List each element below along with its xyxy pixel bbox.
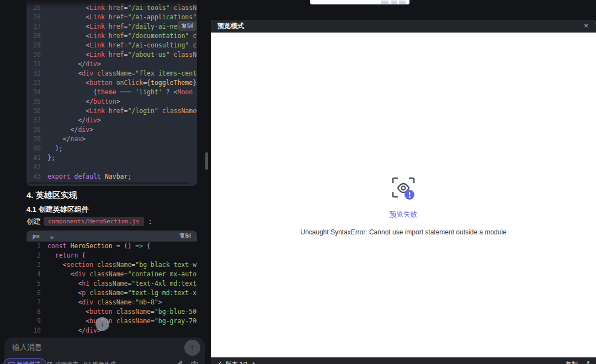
code-line: 9 <button className="bg-gray-700 text-wh…	[26, 317, 197, 326]
chat-scrollbar-thumb[interactable]	[205, 152, 208, 170]
cutoff-dialog-text-fragment	[381, 1, 389, 4]
copy-code-button[interactable]: 复制	[178, 21, 196, 31]
attach-file-button[interactable]	[177, 360, 184, 364]
preview-header: 预览模式 ×	[211, 20, 596, 33]
code-lines: 25 <Link href="/ai-tools" className="hov…	[26, 3, 197, 181]
code-line: 32 <div className="flex items-center spa…	[26, 69, 197, 78]
cutoff-dialog-text-fragment	[391, 1, 397, 4]
create-file-paragraph: 创建components/HeroSection.js：	[26, 217, 154, 227]
code-line: 42	[26, 163, 197, 172]
code-block-header: jsx 复制	[26, 231, 197, 242]
preview-title: 预览模式	[217, 22, 244, 31]
web-search-label: 联网搜索	[55, 361, 78, 364]
code-line: 4 <div className="container mx-auto text…	[26, 270, 197, 279]
code-line: 10 </div>	[26, 326, 197, 335]
message-input-container[interactable]: 输入消息 ↑ 预览模式 联网搜索	[4, 338, 205, 364]
screenshot-button[interactable]	[191, 360, 198, 364]
scroll-to-bottom-button[interactable]: ↓	[95, 317, 109, 331]
image-generation-toggle[interactable]: 图像生成	[84, 358, 121, 364]
code-line: 2 return (	[26, 251, 197, 260]
code-line: 6 <p className="text-lg md:text-xl mb-8"…	[26, 288, 197, 298]
code-block-herosection: jsx 复制 1const HeroSection = () => {2 ret…	[26, 231, 197, 335]
chevron-right-icon[interactable]	[252, 362, 256, 364]
send-button[interactable]: ↑	[184, 340, 200, 356]
code-line: 33 <button onClick={toggleTheme} classNa…	[26, 78, 197, 88]
cutoff-dialog-text-fragment	[399, 1, 406, 4]
horizontal-scrollbar-thumb[interactable]	[28, 182, 189, 184]
close-icon[interactable]: ×	[582, 22, 590, 30]
web-search-toggle[interactable]: 联网搜索	[46, 358, 84, 364]
code-line: 41};	[26, 153, 197, 163]
section-heading: 4. 英雄区实现	[26, 190, 77, 201]
code-line: 43export default Navbar;	[26, 172, 197, 181]
preview-mode-toggle[interactable]: 预览模式	[3, 358, 46, 364]
preview-panel: 预览模式 × 预览失败 Uncaught SyntaxError: Cannot…	[211, 20, 596, 364]
code-line: 28 <Link href="/documentation" className…	[26, 31, 197, 41]
version-label: 版本 1/1	[226, 360, 248, 364]
code-line: 39 </nav>	[26, 135, 197, 144]
code-line: 27 <Link href="/daily-ai-news" className…	[26, 22, 197, 31]
code-line: 37 </div>	[26, 116, 197, 125]
image-icon	[84, 361, 91, 364]
code-lines: 1const HeroSection = () => {2 return (3 …	[26, 242, 197, 335]
code-line: 29 <Link href="/ai-consulting" className…	[26, 41, 197, 50]
chat-panel: 25 <Link href="/ai-tools" className="hov…	[0, 0, 210, 364]
code-line: 8 <button className="bg-blue-500 text-wh…	[26, 307, 197, 317]
copy-code-button[interactable]: 复制	[179, 232, 191, 240]
globe-icon	[46, 361, 53, 364]
preview-eye-icon	[391, 176, 416, 201]
camera-icon	[191, 361, 198, 364]
code-line: 31 </div>	[26, 60, 197, 69]
preview-error-text: Uncaught SyntaxError: Cannot use import …	[211, 228, 596, 236]
code-line: 30 <Link href="/about-us" className="hov…	[26, 50, 197, 60]
code-line: 26 <Link href="/ai-applications" classNa…	[26, 13, 197, 22]
create-prefix: 创建	[26, 217, 41, 226]
subsection-heading: 4.1 创建英雄区组件	[26, 205, 89, 215]
monitor-icon	[8, 361, 15, 364]
preview-body: 预览失败 Uncaught SyntaxError: Cannot use im…	[211, 33, 596, 357]
inline-code-filename: components/HeroSection.js	[44, 217, 144, 226]
paperclip-icon	[177, 361, 184, 364]
input-toolbar: 预览模式 联网搜索 图像生成	[4, 358, 205, 364]
expand-icon[interactable]	[583, 361, 589, 364]
message-input-placeholder: 输入消息	[12, 342, 42, 352]
code-language-label: jsx	[33, 233, 40, 239]
preview-mode-label: 预览模式	[17, 361, 40, 364]
cutoff-dialog	[310, 0, 409, 4]
code-line: 34 {theme === 'light' ? <Moon /> : <Sun …	[26, 88, 197, 97]
code-line: 35 </button>	[26, 97, 197, 106]
code-line: 3 <section className="bg-black text-whit…	[26, 260, 197, 270]
preview-fail-state: 预览失败 Uncaught SyntaxError: Cannot use im…	[211, 176, 596, 236]
code-line: 7 <div className="mb-8">	[26, 298, 197, 307]
code-line: 25 <Link href="/ai-tools" className="hov…	[26, 3, 197, 13]
chevron-left-icon[interactable]	[217, 362, 222, 364]
preview-footer: 版本 1/1 复制	[211, 357, 596, 364]
code-line: 38 </div>	[26, 125, 197, 135]
code-line: 36 <Link href="/login" className="bg-blu…	[26, 106, 197, 116]
preview-actions: 复制	[566, 360, 589, 364]
code-line: 1const HeroSection = () => {	[26, 242, 197, 251]
create-suffix: ：	[147, 217, 154, 226]
image-generation-label: 图像生成	[93, 361, 116, 364]
copy-preview-button[interactable]: 复制	[566, 360, 578, 364]
code-line: 40 );	[26, 144, 197, 153]
code-block-navbar: 25 <Link href="/ai-tools" className="hov…	[26, 0, 197, 186]
preview-fail-link[interactable]: 预览失败	[211, 210, 596, 220]
code-line: 5 <h1 className="text-4xl md:text-6xl fo…	[26, 279, 197, 288]
version-navigator: 版本 1/1	[217, 360, 256, 364]
